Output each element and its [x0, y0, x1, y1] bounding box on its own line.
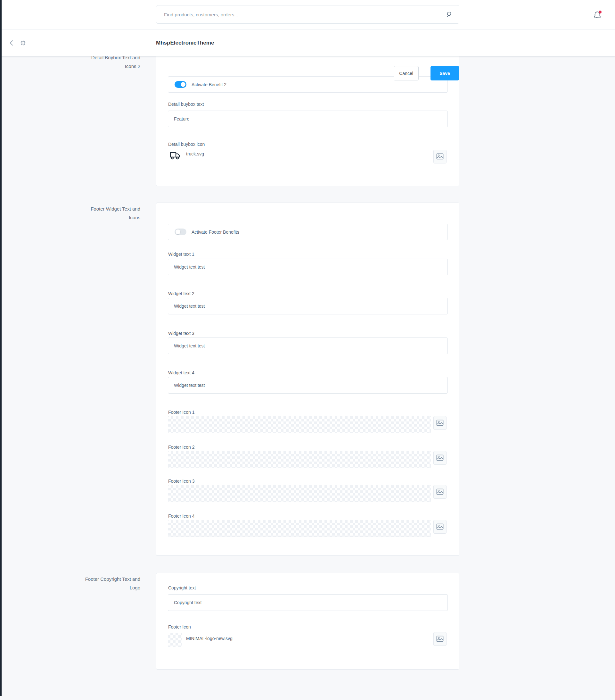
- widget-text-4-input[interactable]: [168, 377, 448, 393]
- truck-icon: [169, 150, 181, 163]
- back-button[interactable]: [7, 37, 16, 49]
- cancel-button[interactable]: Cancel: [394, 66, 419, 80]
- page-title: MhspElectronicTheme: [156, 29, 214, 57]
- field-label-footer-icon-4: Footer Icon 4: [168, 513, 195, 518]
- gear-icon: [19, 39, 27, 47]
- notification-bell-button[interactable]: [592, 10, 603, 21]
- widget-text-2-input[interactable]: [168, 298, 448, 314]
- section-label-footer-widget: Footer Widget Text and Icons: [44, 204, 140, 222]
- footer-icon-4-upload-zone[interactable]: [168, 520, 431, 537]
- detail-buybox-text-input[interactable]: [168, 111, 448, 127]
- chevron-left-icon: [9, 39, 14, 47]
- save-button[interactable]: Save: [431, 66, 459, 80]
- field-label-widget-text-4: Widget text 4: [168, 370, 194, 375]
- widget-text-1-input[interactable]: [168, 259, 448, 275]
- section-label-footer-copyright: Footer Copyright Text and Logo: [44, 575, 140, 592]
- field-label-detail-buybox-icon: Detail buybox icon: [168, 142, 205, 147]
- footer-icon-2-upload-zone[interactable]: [168, 451, 431, 468]
- field-label-footer-icon-1: Footer Icon 1: [168, 410, 195, 415]
- image-icon: [436, 420, 444, 426]
- file-name: MINIMAL-logo-new.svg: [186, 636, 232, 641]
- field-label-footer-icon-3: Footer Icon 3: [168, 478, 195, 484]
- open-media-button[interactable]: [433, 485, 447, 499]
- field-label-widget-text-1: Widget text 1: [168, 252, 194, 257]
- smart-bar: MhspElectronicTheme Cancel Save: [0, 29, 615, 57]
- open-media-button[interactable]: [433, 150, 447, 163]
- global-search[interactable]: [156, 5, 459, 24]
- toggle-label: Activate Benefit 2: [192, 82, 227, 87]
- field-label-footer-icon-2: Footer Icon 2: [168, 445, 195, 450]
- widget-text-3-input[interactable]: [168, 338, 448, 354]
- copyright-text-input[interactable]: [168, 594, 448, 611]
- logo-thumbnail: [168, 633, 182, 647]
- collapsed-sidebar-edge: [0, 0, 2, 696]
- footer-icon-3-upload-zone[interactable]: [168, 485, 431, 502]
- field-label-detail-buybox-text: Detail buybox text: [168, 102, 204, 107]
- notification-dot: [599, 11, 602, 13]
- field-label-widget-text-3: Widget text 3: [168, 331, 194, 336]
- theme-settings-button[interactable]: [18, 37, 28, 49]
- toggle-label: Activate Footer Benefits: [192, 229, 239, 235]
- file-name: truck.svg: [186, 151, 204, 157]
- open-media-button[interactable]: [433, 451, 447, 465]
- field-label-widget-text-2: Widget text 2: [168, 291, 194, 296]
- search-input[interactable]: [164, 12, 446, 17]
- open-media-button[interactable]: [433, 416, 447, 430]
- toggle-switch-on[interactable]: [175, 81, 187, 88]
- image-icon: [436, 153, 444, 160]
- footer-icon-1-upload-zone[interactable]: [168, 416, 431, 433]
- toggle-activate-footer-benefits[interactable]: Activate Footer Benefits: [168, 224, 448, 240]
- field-label-footer-icon: Footer Icon: [168, 624, 191, 629]
- image-icon: [436, 454, 444, 461]
- image-icon: [436, 523, 444, 530]
- open-media-button[interactable]: [433, 520, 447, 534]
- image-icon: [436, 636, 444, 642]
- toggle-switch-off[interactable]: [175, 228, 187, 235]
- image-icon: [436, 488, 444, 495]
- top-search-bar: [0, 0, 615, 29]
- card-footer-widget: Activate Footer Benefits Widget text 1 W…: [156, 202, 459, 556]
- open-media-button[interactable]: [433, 632, 447, 646]
- search-icon[interactable]: [446, 11, 452, 17]
- bell-icon: [592, 10, 603, 21]
- card-footer-copyright: Copyright text Footer Icon MINIMAL-logo-…: [156, 573, 459, 670]
- field-label-copyright-text: Copyright text: [168, 585, 196, 590]
